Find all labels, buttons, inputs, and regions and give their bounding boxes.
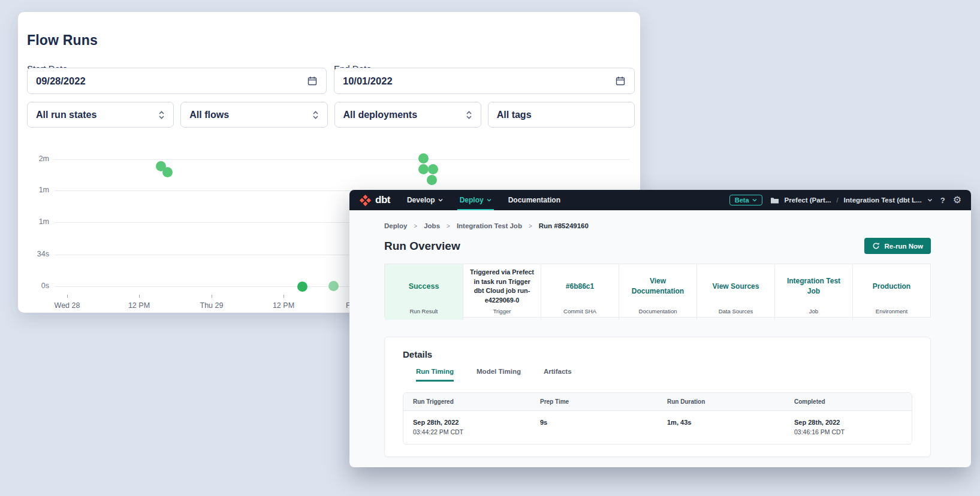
status-card-job[interactable]: Integration Test JobJob [774,264,852,320]
tab-model-timing[interactable]: Model Timing [477,368,521,382]
nav-link-documentation[interactable]: Documentation [508,190,560,210]
status-card-label: Run Result [385,308,463,314]
breadcrumb-item-integration-test-job[interactable]: Integration Test Job [457,222,522,229]
x-axis-label: 12 PM [114,301,164,310]
filter-row: All run statesAll flowsAll deploymentsAl… [27,102,635,128]
cell-value: 1m, 43s [667,418,775,428]
end-date-value: 10/01/2022 [343,75,393,87]
cell-completed: Sep 28th, 202203:46:16 PM CDT [785,411,912,444]
refresh-icon [872,242,880,250]
status-card-label: Documentation [619,308,696,314]
chevron-down-icon [438,198,443,202]
filter-select-all-flows[interactable]: All flows [180,102,327,128]
filter-select-all-run-states[interactable]: All run states [27,102,174,128]
breadcrumb: Deploy>Jobs>Integration Test Job>Run #85… [384,210,931,229]
flow-run-dot[interactable] [162,167,173,177]
flow-run-dot[interactable] [328,281,339,291]
status-card-environment[interactable]: ProductionEnvironment [852,264,930,320]
x-axis-tick [212,295,212,298]
account-project-switcher[interactable]: Prefect (Part... / Integration Test (dbt… [770,196,933,204]
flow-runs-title: Flow Runs [27,32,98,49]
y-axis-label: 2m [18,155,49,163]
end-date-input[interactable]: 10/01/2022 [334,68,635,94]
table-header-row: Run TriggeredPrep TimeRun DurationComple… [403,393,912,411]
breadcrumb-item-jobs[interactable]: Jobs [424,222,440,229]
status-card-label: Trigger [463,308,541,314]
column-header-run-triggered: Run Triggered [403,393,530,410]
status-card-value: Production [873,282,910,292]
dbt-logo-icon [359,194,372,207]
table-body: Sep 28th, 202203:44:22 PM CDT9s1m, 43sSe… [403,411,912,444]
cell-value: Sep 28th, 2022 [413,418,521,428]
help-icon[interactable]: ? [940,196,945,204]
tab-artifacts[interactable]: Artifacts [544,368,572,382]
status-card-run-result[interactable]: SuccessRun Result [385,264,463,320]
filter-select-label: All tags [497,110,532,120]
cell-subvalue: 03:44:22 PM CDT [413,428,521,437]
status-card-data-sources[interactable]: View SourcesData Sources [696,264,774,320]
y-axis-label: 0s [18,282,49,290]
flow-run-dot[interactable] [418,164,429,174]
flow-run-dot[interactable] [428,164,438,174]
run-summary-cards: SuccessRun ResultTriggered via Prefect i… [384,264,931,317]
breadcrumb-separator: > [447,223,450,229]
breadcrumb-separator: > [414,223,417,229]
start-date-input[interactable]: 09/28/2022 [27,68,327,94]
status-card-value: #6b86c1 [566,282,594,292]
status-card-trigger[interactable]: Triggered via Prefect in task run Trigge… [463,264,541,320]
status-card-label: Environment [853,308,930,314]
rerun-now-button[interactable]: Re-run Now [864,238,931,254]
breadcrumb-item-deploy[interactable]: Deploy [384,222,407,229]
select-chevrons-icon [466,110,472,120]
settings-gear-icon[interactable]: ⚙ [953,195,961,205]
tab-run-timing[interactable]: Run Timing [416,368,454,382]
nav-links: DevelopDeployDocumentation [407,190,560,210]
cell-value: Sep 28th, 2022 [794,418,902,428]
breadcrumb-separator: > [529,223,532,229]
account-name: Prefect (Part... [785,196,831,204]
status-card-value: Triggered via Prefect in task run Trigge… [468,268,536,306]
dbt-logo[interactable]: dbt [359,194,390,207]
dbt-cloud-window: dbt DevelopDeployDocumentation Beta Pref… [349,190,971,467]
page-title: Run Overview [384,240,460,253]
status-card-value: View Documentation [624,276,692,297]
details-title: Details [403,349,912,359]
filter-select-all-deployments[interactable]: All deployments [334,102,481,128]
run-timing-table: Run TriggeredPrep TimeRun DurationComple… [403,392,912,444]
dbt-top-navbar: dbt DevelopDeployDocumentation Beta Pref… [349,190,971,210]
flow-run-dot[interactable] [297,282,307,292]
nav-link-deploy[interactable]: Deploy [460,190,491,210]
filter-select-all-tags[interactable]: All tags [488,102,635,128]
nav-link-develop[interactable]: Develop [407,190,443,210]
cell-run-triggered: Sep 28th, 202203:44:22 PM CDT [403,411,530,444]
status-card-value: Integration Test Job [780,276,848,297]
beta-label: Beta [735,196,749,204]
table-row: Sep 28th, 202203:44:22 PM CDT9s1m, 43sSe… [403,411,912,444]
y-axis-label: 34s [18,250,49,258]
project-name: Integration Test (dbt L... [844,196,922,204]
flow-run-dot[interactable] [418,153,429,164]
status-card-documentation[interactable]: View DocumentationDocumentation [619,264,696,320]
x-axis-tick [284,295,284,298]
calendar-icon [615,75,626,86]
x-axis-label: Thu 29 [186,301,237,310]
start-date-value: 09/28/2022 [36,75,86,87]
chevron-down-icon [927,198,933,202]
beta-dropdown[interactable]: Beta [729,195,762,205]
x-axis-tick [139,295,140,298]
column-header-prep-time: Prep Time [530,393,658,410]
status-card-label: Data Sources [697,308,774,314]
gridline-2m [54,159,629,160]
details-panel: Details Run TimingModel TimingArtifacts … [384,337,931,457]
column-header-completed: Completed [785,393,912,410]
x-axis-label: 12 PM [258,301,309,310]
filter-select-label: All deployments [343,110,418,120]
select-chevrons-icon [158,110,165,120]
status-card-commit-sha[interactable]: #6b86c1Commit SHA [541,264,619,320]
dbt-page-body: Deploy>Jobs>Integration Test Job>Run #85… [349,210,971,467]
status-card-value: View Sources [713,282,759,292]
folder-icon [770,196,779,204]
chevron-down-icon [752,198,757,202]
filter-select-label: All flows [189,110,229,120]
flow-run-dot[interactable] [427,175,437,185]
